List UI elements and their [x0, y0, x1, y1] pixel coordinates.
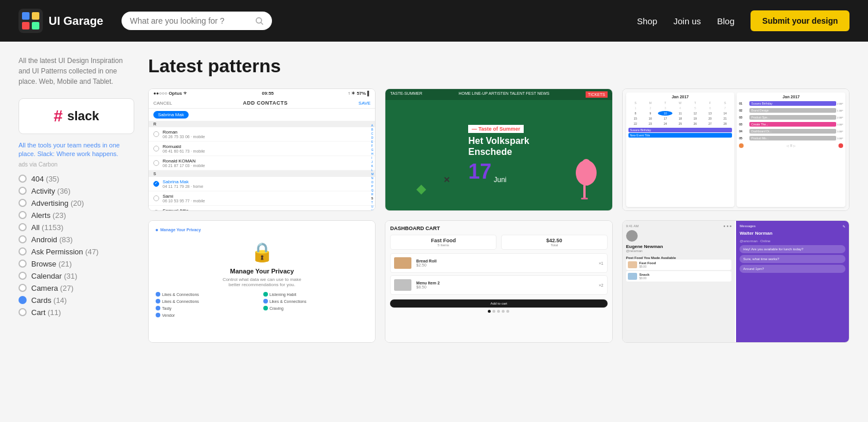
contact-radio-checked [153, 181, 159, 187]
contacts-section-r: R [149, 121, 375, 127]
food-status: 9:41 AM ● ● ● [626, 224, 732, 228]
submit-button[interactable]: Submit your design [751, 10, 849, 31]
event-item: Susans Birthday [628, 128, 733, 132]
category-label: Browse (21) [31, 260, 72, 268]
contact-chip: Sabrina Mak [153, 111, 189, 119]
category-item-cards[interactable]: Cards (14) [19, 296, 134, 305]
header-nav: Shop Join us Blog Submit your design [637, 10, 849, 31]
category-item[interactable]: Advertising (20) [19, 199, 134, 208]
privacy-item: Tasty [156, 306, 261, 310]
event-shape [566, 158, 601, 205]
category-item[interactable]: Cart (11) [19, 308, 134, 317]
cal-panel-right: Jan 2017 01 Susans Birthday 2:30P 02 Bra… [737, 92, 845, 207]
privacy-item-label: Vendor [162, 313, 175, 317]
radio-alerts [19, 211, 27, 219]
chat-status: Messages ✎ [740, 224, 845, 228]
pattern-card-calendar[interactable]: Jan 2017 SMTWTFS 1234567 891011121314 15… [622, 88, 849, 211]
cal-grid: SMTWTFS 1234567 891011121314 15161718192… [628, 101, 733, 126]
event-content: — Taste of Summer Het VolksparkEnschede … [459, 106, 539, 193]
food-avatar [626, 230, 638, 242]
contact-phone: 06 10 53 95 77 · mobile [163, 199, 370, 203]
category-item[interactable]: 404 (35) [19, 175, 134, 183]
chat-title: Walter Norman [740, 231, 845, 236]
pattern-card-event[interactable]: TASTE-SUMMER HOME LINE-UP ARTISTEN TALEN… [385, 88, 612, 211]
food-role: @newman [626, 249, 732, 253]
ecom-header: DASHBOARD CART [390, 225, 607, 231]
radio-advertising [19, 199, 27, 207]
contact-name: Ronald KOMAN [163, 158, 370, 164]
category-item[interactable]: Activity (36) [19, 187, 134, 195]
radio-404 [19, 175, 27, 183]
svg-rect-9 [583, 184, 586, 199]
product-name: Menu Item 2 [416, 281, 594, 285]
contacts-section-s: S [149, 171, 375, 177]
svg-rect-3 [22, 22, 30, 29]
main-layout: All the latest UI Design Inspiration and… [0, 42, 868, 357]
product-price: $2.50 [416, 263, 594, 267]
radio-browse [19, 260, 27, 268]
contacts-alphabet: ABCDE FGHIJ KLMNO PQRS TUVWX YZ# [372, 124, 374, 210]
contact-row: Samuel Attia 06 25 45 01 69 · mobile [149, 206, 375, 210]
food-item-price: $5.00 [639, 265, 656, 268]
notification-dot-red [838, 143, 843, 148]
category-label: Advertising (20) [31, 199, 84, 208]
privacy-item: Likes & Connections [156, 292, 261, 297]
category-item[interactable]: Calendar (31) [19, 272, 134, 280]
category-label: Android (83) [31, 235, 73, 244]
dot [506, 310, 509, 313]
lock-icon: 🔒 [251, 241, 274, 263]
food-mock: 9:41 AM ● ● ● Eugene Newman @newman Post… [623, 221, 849, 342]
sidebar: All the latest UI Design Inspiration and… [19, 55, 134, 343]
radio-camera [19, 284, 27, 292]
privacy-header-bar: Manage Your Privacy [156, 228, 368, 232]
privacy-app-name: Manage Your Privacy [160, 228, 201, 232]
pattern-card-privacy[interactable]: Manage Your Privacy 🔒 Manage Your Privac… [148, 220, 376, 343]
radio-android [19, 235, 27, 243]
category-item[interactable]: Ask Permission (47) [19, 247, 134, 256]
svg-line-6 [261, 23, 263, 24]
event-date: 17 [468, 160, 491, 184]
cal-header-jan: Jan 2017 [628, 95, 733, 99]
calendar-mock: Jan 2017 SMTWTFS 1234567 891011121314 15… [623, 89, 849, 210]
privacy-item-label: Likes & Connections [270, 299, 307, 303]
ecommerce-mock: DASHBOARD CART Fast Food 5 Items $42.50 … [385, 221, 612, 342]
contact-phone: 06 26 75 33 06 · mobile [163, 135, 370, 139]
privacy-item-label: Tasty [162, 306, 171, 310]
ecom-product: Bread Roll $2.50 ×1 [390, 253, 607, 273]
privacy-bullet [156, 292, 160, 297]
product-info: Menu Item 2 $8.50 [416, 281, 594, 289]
privacy-item: Craving [263, 306, 369, 310]
privacy-items: Likes & Connections Listening Habit Like… [156, 292, 368, 317]
category-item[interactable]: Android (83) [19, 235, 134, 244]
category-item[interactable]: Alerts (23) [19, 211, 134, 220]
pattern-card-contacts[interactable]: ●●○○○ Optus ᯤ 09:55 ↑ ✶ 57% ▌ CANCEL ADD… [148, 88, 376, 211]
search-icon [255, 16, 264, 25]
search-input[interactable] [130, 16, 250, 25]
category-item[interactable]: Camera (27) [19, 284, 134, 293]
category-item[interactable]: Browse (21) [19, 260, 134, 268]
blog-link[interactable]: Blog [717, 16, 734, 26]
event-list: Susans Birthday New Event Title [628, 128, 733, 138]
chat-message: Sure, what time works? [740, 255, 845, 263]
event-x: ✕ [443, 175, 450, 184]
category-item[interactable]: All (1153) [19, 223, 134, 232]
stat-block: $42.50 Total [501, 235, 608, 250]
cal-footer: ◁ ☰ ▷ [739, 143, 843, 148]
card-image-contacts: ●●○○○ Optus ᯤ 09:55 ↑ ✶ 57% ▌ CANCEL ADD… [149, 89, 375, 210]
contact-phone: 06 21 87 17 03 · mobile [163, 164, 370, 168]
checkout-button[interactable]: Add to cart [390, 299, 607, 308]
product-qty: ×1 [599, 261, 604, 265]
food-item-price: $3.00 [639, 276, 650, 280]
shop-link[interactable]: Shop [637, 16, 657, 26]
join-us-link[interactable]: Join us [674, 16, 701, 26]
contact-info: Sami 06 10 53 95 77 · mobile [163, 194, 370, 203]
ecom-title: DASHBOARD CART [390, 225, 440, 231]
category-list: 404 (35) Activity (36) Advertising (20) … [19, 175, 134, 317]
pattern-card-food[interactable]: 9:41 AM ● ● ● Eugene Newman @newman Post… [622, 220, 849, 343]
sidebar-ad[interactable]: # slack [19, 98, 134, 134]
pattern-card-ecommerce[interactable]: DASHBOARD CART Fast Food 5 Items $42.50 … [385, 220, 612, 343]
logo[interactable]: UI Garage [19, 9, 103, 33]
header: UI Garage Shop Join us Blog Submit your … [0, 0, 868, 42]
category-label: Cart (11) [31, 308, 61, 317]
radio-cards [19, 296, 27, 304]
